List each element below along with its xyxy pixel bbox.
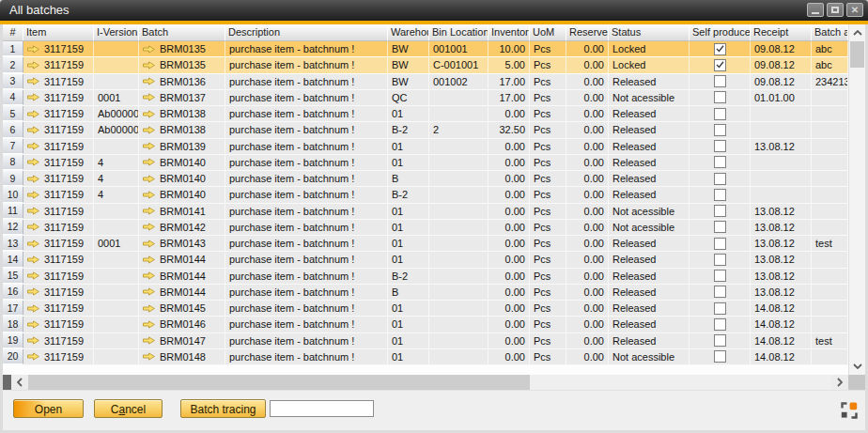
- cell-iver[interactable]: [94, 220, 139, 235]
- cell-n[interactable]: 7: [3, 139, 23, 154]
- column-header-attr[interactable]: Batch a: [812, 24, 848, 40]
- cell-self[interactable]: [690, 41, 751, 56]
- cell-attr[interactable]: [812, 349, 848, 364]
- cell-attr[interactable]: [812, 252, 848, 267]
- cell-receipt[interactable]: 14.08.12: [751, 333, 812, 348]
- cell-inv[interactable]: 0.00: [488, 204, 530, 219]
- cell-uom[interactable]: Pcs: [530, 187, 566, 202]
- cell-wh[interactable]: QC: [388, 90, 429, 105]
- link-arrow-icon[interactable]: [143, 61, 155, 70]
- cell-n[interactable]: 8: [3, 155, 23, 170]
- cell-uom[interactable]: Pcs: [530, 236, 566, 251]
- table-row[interactable]: 183117159BRM0146purchase item - batchnum…: [3, 317, 848, 332]
- cell-item[interactable]: 3117159: [23, 269, 94, 284]
- table-row[interactable]: 193117159BRM0147purchase item - batchnum…: [3, 333, 848, 349]
- column-header-wh[interactable]: Warehouse: [388, 24, 429, 40]
- cell-self[interactable]: [690, 74, 751, 89]
- cell-res[interactable]: 0.00: [566, 155, 609, 170]
- cell-iver[interactable]: 0001: [94, 236, 139, 251]
- cell-inv[interactable]: 32.50: [488, 122, 530, 137]
- cell-n[interactable]: 15: [3, 269, 23, 284]
- cell-status[interactable]: Released: [609, 269, 690, 284]
- checkbox-unchecked-icon[interactable]: [714, 140, 726, 152]
- cell-desc[interactable]: purchase item - batchnum !: [225, 155, 388, 170]
- cell-iver[interactable]: [94, 269, 139, 284]
- horizontal-scrollbar[interactable]: [3, 375, 865, 390]
- cell-item[interactable]: 3117159: [23, 204, 94, 219]
- cell-n[interactable]: 11: [3, 204, 23, 219]
- horizontal-scrollbar-thumb[interactable]: [28, 375, 530, 390]
- cell-wh[interactable]: 01: [388, 333, 429, 348]
- cell-n[interactable]: 13: [3, 236, 23, 251]
- cell-batch[interactable]: BRM0135: [139, 41, 225, 56]
- cell-bin[interactable]: [429, 301, 488, 316]
- cell-bin[interactable]: [429, 155, 488, 170]
- scroll-down-button[interactable]: [849, 359, 865, 374]
- cell-res[interactable]: 0.00: [566, 90, 609, 105]
- cell-desc[interactable]: purchase item - batchnum !: [225, 122, 388, 137]
- cell-bin[interactable]: [429, 171, 488, 186]
- cell-self[interactable]: [690, 301, 751, 316]
- cell-desc[interactable]: purchase item - batchnum !: [225, 333, 388, 348]
- cell-receipt[interactable]: 13.08.12: [751, 236, 812, 251]
- cell-bin[interactable]: [429, 252, 488, 267]
- link-arrow-icon[interactable]: [27, 223, 39, 231]
- cell-item[interactable]: 3117159: [23, 236, 94, 251]
- link-arrow-icon[interactable]: [27, 93, 39, 101]
- vertical-scrollbar-thumb[interactable]: [850, 41, 864, 68]
- cell-desc[interactable]: purchase item - batchnum !: [225, 57, 388, 72]
- scroll-up-button[interactable]: [849, 25, 865, 40]
- cell-wh[interactable]: 01: [388, 220, 429, 235]
- cell-self[interactable]: [690, 220, 751, 235]
- cell-wh[interactable]: 01: [388, 349, 429, 364]
- cell-item[interactable]: 3117159: [23, 57, 94, 72]
- column-header-bin[interactable]: Bin Location: [429, 24, 488, 40]
- link-arrow-icon[interactable]: [143, 207, 155, 215]
- cell-inv[interactable]: 0.00: [488, 220, 530, 235]
- cell-inv[interactable]: 0.00: [488, 236, 530, 251]
- checkbox-checked-icon[interactable]: [714, 43, 726, 55]
- cell-receipt[interactable]: 13.08.12: [751, 204, 812, 219]
- cell-batch[interactable]: BRM0140: [139, 171, 225, 186]
- link-arrow-icon[interactable]: [143, 142, 155, 150]
- cell-wh[interactable]: 01: [388, 236, 429, 251]
- link-arrow-icon[interactable]: [143, 110, 155, 118]
- cell-item[interactable]: 3117159: [23, 106, 94, 121]
- cell-bin[interactable]: [429, 106, 488, 121]
- cell-inv[interactable]: 5.00: [488, 57, 530, 72]
- cell-wh[interactable]: 01: [388, 204, 429, 219]
- checkbox-unchecked-icon[interactable]: [714, 350, 726, 363]
- cell-uom[interactable]: Pcs: [530, 74, 566, 89]
- cell-attr[interactable]: [812, 139, 848, 154]
- cell-item[interactable]: 3117159: [23, 155, 94, 170]
- cell-status[interactable]: Not acessible: [609, 90, 690, 105]
- cell-item[interactable]: 3117159: [23, 301, 94, 316]
- cell-iver[interactable]: [94, 349, 139, 364]
- cell-iver[interactable]: 4: [94, 171, 139, 186]
- cell-attr[interactable]: [812, 171, 848, 186]
- link-arrow-icon[interactable]: [27, 336, 39, 345]
- close-button[interactable]: ✕: [846, 3, 863, 17]
- cell-desc[interactable]: purchase item - batchnum !: [225, 139, 388, 154]
- cell-res[interactable]: 0.00: [566, 171, 609, 186]
- cell-desc[interactable]: purchase item - batchnum !: [225, 349, 388, 364]
- cell-receipt[interactable]: 14.08.12: [751, 317, 812, 332]
- cell-res[interactable]: 0.00: [566, 106, 609, 121]
- cell-bin[interactable]: [429, 285, 488, 300]
- cell-self[interactable]: [690, 139, 751, 154]
- cell-status[interactable]: Released: [609, 171, 690, 186]
- cell-iver[interactable]: [94, 139, 139, 154]
- cell-receipt[interactable]: 14.08.12: [751, 349, 812, 364]
- cell-n[interactable]: 2: [3, 57, 23, 72]
- cell-bin[interactable]: [429, 187, 488, 202]
- cell-attr[interactable]: [812, 155, 848, 170]
- checkbox-unchecked-icon[interactable]: [714, 254, 726, 266]
- cell-self[interactable]: [690, 106, 751, 121]
- cell-attr[interactable]: [812, 90, 848, 105]
- cell-receipt[interactable]: [751, 122, 812, 137]
- cell-uom[interactable]: Pcs: [530, 349, 566, 364]
- cell-self[interactable]: [690, 236, 751, 251]
- cell-bin[interactable]: [429, 333, 488, 348]
- table-row[interactable]: 1031171594BRM0140purchase item - batchnu…: [3, 187, 848, 203]
- cell-inv[interactable]: 0.00: [488, 317, 530, 332]
